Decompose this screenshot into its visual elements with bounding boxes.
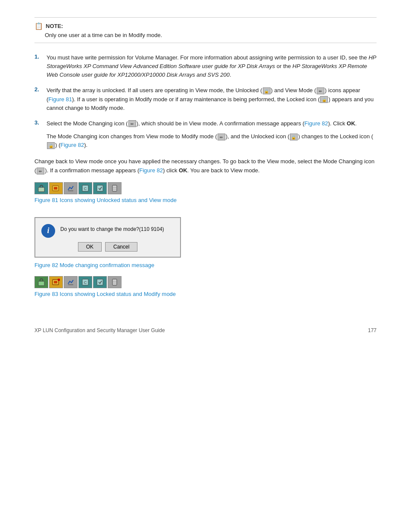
fig82-link-step3b[interactable]: Figure 82 bbox=[60, 142, 84, 148]
note-section: 📋 NOTE: Only one user at a time can be i… bbox=[34, 17, 377, 43]
dialog-cancel-button[interactable]: Cancel bbox=[105, 242, 137, 252]
toolbar-icon-2 bbox=[49, 182, 63, 194]
figure-82-caption: Figure 82 Mode changing confirmation mes… bbox=[34, 262, 377, 268]
numbered-list: 1. You must have write permission for Vo… bbox=[34, 53, 377, 149]
fig81-link-step2[interactable]: Figure 81 bbox=[48, 96, 72, 103]
unlocked-icon-inline-b: 🔒 bbox=[290, 134, 298, 140]
step-3-sub-b: ), and the Unlocked icon ( bbox=[226, 133, 290, 140]
step-3-sub-e: ). bbox=[84, 142, 87, 148]
toolbar-icon-3 bbox=[64, 182, 78, 194]
step-2-text-b: ) and View Mode ( bbox=[271, 87, 316, 93]
svg-rect-2 bbox=[54, 187, 57, 190]
dialog-box: i Do you want to change the mode?(110 91… bbox=[34, 217, 181, 258]
mode-change-icon-inline-a: ✏ bbox=[128, 120, 136, 127]
figure-81-icons: C bbox=[34, 182, 377, 194]
svg-rect-6 bbox=[97, 185, 103, 191]
figure-81-caption: Figure 81 Icons showing Unlocked status … bbox=[34, 197, 377, 203]
footer-page-number: 177 bbox=[368, 327, 377, 333]
step-3-sub-a: The Mode Changing icon changes from View… bbox=[47, 133, 217, 140]
svg-rect-7 bbox=[112, 185, 117, 191]
locked-icon-inline: 🔓 bbox=[320, 96, 328, 103]
modify-mode-icon-inline: ✏ bbox=[218, 134, 225, 140]
figure-83-icons: C bbox=[34, 276, 377, 288]
view-mode-icon-inline: ✏ bbox=[317, 87, 324, 94]
step-3-number: 3. bbox=[34, 119, 47, 126]
mode-icon-body: ✏ bbox=[37, 168, 44, 174]
dialog-buttons: OK Cancel bbox=[35, 242, 180, 257]
note-text: Only one user at a time can be in Modify… bbox=[45, 32, 377, 38]
svg-rect-12 bbox=[54, 281, 57, 283]
step-3-content: Select the Mode Changing icon (✏), which… bbox=[47, 119, 377, 149]
figure-82-dialog: i Do you want to change the mode?(110 91… bbox=[34, 217, 181, 258]
step-3-sub-c: ) changes to the Locked icon ( bbox=[298, 133, 373, 140]
figure-83-caption: Figure 83 Icons showing Locked status an… bbox=[34, 291, 377, 297]
note-header: 📋 NOTE: bbox=[34, 22, 377, 30]
toolbar-icon-83-5 bbox=[93, 276, 107, 288]
dialog-ok-button[interactable]: OK bbox=[78, 242, 102, 252]
svg-rect-10 bbox=[38, 281, 44, 286]
step-1-text-a: You must have write permission for Volum… bbox=[47, 54, 368, 61]
step-1-number: 1. bbox=[34, 53, 47, 60]
note-icon: 📋 bbox=[34, 22, 43, 30]
toolbar-icon-1 bbox=[34, 182, 48, 194]
dialog-inner: i Do you want to change the mode?(110 91… bbox=[35, 218, 180, 242]
step-3-text-c: ). Click OK. bbox=[328, 120, 357, 127]
note-label: NOTE: bbox=[46, 23, 63, 29]
footer-guide-title: XP LUN Configuration and Security Manage… bbox=[34, 327, 165, 333]
svg-rect-18 bbox=[112, 279, 117, 285]
dialog-info-icon: i bbox=[41, 224, 55, 238]
svg-text:C: C bbox=[84, 280, 87, 285]
step-3: 3. Select the Mode Changing icon (✏), wh… bbox=[34, 119, 377, 149]
svg-rect-13 bbox=[58, 279, 60, 281]
page-footer: XP LUN Configuration and Security Manage… bbox=[34, 323, 377, 333]
toolbar-icon-83-6 bbox=[108, 276, 121, 288]
step-1-end: . bbox=[230, 72, 231, 78]
toolbar-icon-83-2 bbox=[49, 276, 63, 288]
svg-rect-0 bbox=[38, 187, 44, 192]
step-2-content: Verify that the array is unlocked. If al… bbox=[47, 86, 377, 112]
step-2-text-a: Verify that the array is unlocked. If al… bbox=[47, 87, 262, 93]
toolbar-icon-83-3 bbox=[64, 276, 78, 288]
step-2-number: 2. bbox=[34, 86, 47, 93]
step-2-text-d: ). If a user is operating in Modify mode… bbox=[72, 96, 320, 103]
toolbar-icon-83-4: C bbox=[78, 276, 92, 288]
toolbar-icon-5 bbox=[93, 182, 107, 194]
step-3-text-b: ), which should be in View mode. A confi… bbox=[137, 120, 305, 127]
step-1: 1. You must have write permission for Vo… bbox=[34, 53, 377, 79]
unlocked-icon-inline: 🔒 bbox=[263, 87, 271, 94]
step-2: 2. Verify that the array is unlocked. If… bbox=[34, 86, 377, 112]
step-3-subparagraph: The Mode Changing icon changes from View… bbox=[47, 132, 377, 149]
svg-rect-17 bbox=[97, 279, 103, 285]
step-1-content: You must have write permission for Volum… bbox=[47, 53, 377, 79]
fig82-link-step3a[interactable]: Figure 82 bbox=[305, 120, 328, 127]
body-paragraph: Change back to View mode once you have a… bbox=[34, 157, 377, 175]
step-3-sub-d: ) ( bbox=[55, 142, 60, 148]
step-1-mid: or the bbox=[275, 63, 292, 69]
locked-icon-inline-b: 🔓 bbox=[47, 142, 55, 149]
toolbar-icon-83-1 bbox=[34, 276, 48, 288]
step-3-text-a: Select the Mode Changing icon ( bbox=[47, 120, 128, 127]
dialog-message: Do you want to change the mode?(110 9104… bbox=[60, 224, 164, 233]
fig82-link-body[interactable]: Figure 82 bbox=[139, 167, 163, 174]
svg-text:C: C bbox=[84, 187, 87, 191]
toolbar-icon-4: C bbox=[78, 182, 92, 194]
toolbar-icon-6 bbox=[108, 182, 121, 194]
